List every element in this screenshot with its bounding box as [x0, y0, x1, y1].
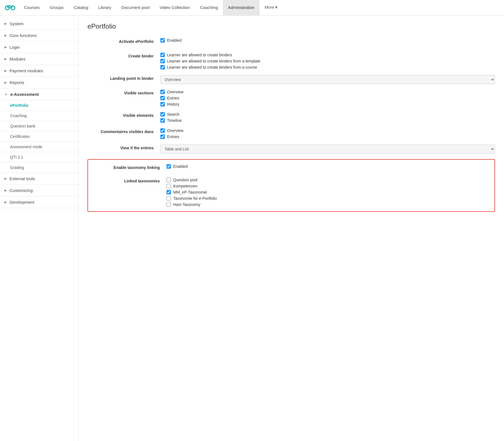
nav-groups[interactable]: Groups — [45, 0, 69, 15]
taxonomy-ham[interactable]: Ham Taxonomy — [167, 202, 489, 207]
nav-document-pool[interactable]: Document pool — [116, 0, 155, 15]
landing-point-value: Overview — [160, 75, 495, 84]
sidebar-item-login[interactable]: ▶ Login — [0, 41, 78, 53]
commentaires-overview[interactable]: Overview — [160, 128, 495, 133]
sidebar-item-certificates[interactable]: Certificates — [0, 131, 78, 142]
sidebar-item-label: Payment modules — [10, 68, 43, 73]
nav-catalog[interactable]: Catalog — [69, 0, 93, 15]
commentaires-checkbox-overview[interactable] — [160, 128, 165, 133]
linked-taxonomies-label: Linked taxonomies — [94, 178, 167, 183]
landing-point-select[interactable]: Overview — [160, 75, 495, 84]
create-binder-option-2[interactable]: Learner are allowed to create binders fr… — [160, 59, 495, 63]
nav-library[interactable]: Library — [93, 0, 116, 15]
sidebar-item-reports[interactable]: ▶ Reports — [0, 77, 78, 89]
taxonomy-checkbox-ham[interactable] — [167, 202, 171, 207]
sidebar-sub-item-label: Coaching — [10, 113, 27, 118]
sidebar: ▶ System ▶ Core functions ▶ Login ▶ Modu… — [0, 16, 78, 441]
sidebar-item-modules[interactable]: ▶ Modules — [0, 53, 78, 65]
taxonomy-mm-ep[interactable]: MM_eP-Taxonomie — [167, 190, 489, 194]
enable-taxonomy-row: Enable taxonomy linking Enabled — [94, 164, 489, 173]
create-binder-label: Create binder — [87, 53, 160, 58]
nav-items: Courses Groups Catalog Library Document … — [19, 0, 501, 15]
visible-sections-checkbox-history[interactable] — [160, 102, 165, 106]
activate-eportfolio-checkbox-row[interactable]: Enabled — [160, 38, 495, 43]
linked-taxonomies-row: Linked taxonomies Question pool Kompeten… — [94, 178, 489, 207]
sidebar-item-assessment-mode[interactable]: Assessment mode — [0, 142, 78, 152]
nav-coaching[interactable]: Coaching — [195, 0, 223, 15]
visible-sections-label: Visible sections — [87, 90, 160, 95]
sidebar-item-payment-modules[interactable]: ▶ Payment modules — [0, 65, 78, 77]
sidebar-sub-item-label: Certificates — [10, 134, 30, 139]
visible-sections-value: Overview Entries History — [160, 90, 495, 106]
sidebar-item-qti[interactable]: QTI 2.1 — [0, 152, 78, 163]
main-content: ePortfolio Activate ePortfolio Enabled C… — [78, 16, 504, 441]
view-entries-select[interactable]: Table and List — [160, 145, 495, 154]
activate-eportfolio-checkbox[interactable] — [160, 38, 165, 43]
taxonomy-checkbox-mm-ep[interactable] — [167, 190, 171, 194]
taxonomy-kompetenzen[interactable]: Kompetenzen — [167, 184, 489, 188]
taxonomy-fuer-eportfolio[interactable]: Taxonomie für e-Portfolio — [167, 196, 489, 201]
commentaires-row: Commentaires visibles dans Overview Entr… — [87, 128, 495, 139]
sidebar-item-core-functions[interactable]: ▶ Core functions — [0, 30, 78, 41]
commentaires-label: Commentaires visibles dans — [87, 128, 160, 134]
visible-elements-timeline[interactable]: Timeline — [160, 118, 495, 123]
nav-more[interactable]: More ▾ — [260, 0, 283, 15]
enable-taxonomy-checkbox[interactable] — [167, 164, 171, 169]
sidebar-item-label: Reports — [10, 80, 24, 85]
nav-video-collection[interactable]: Video Collection — [155, 0, 195, 15]
chevron-right-icon: ▶ — [4, 200, 7, 204]
nav-courses[interactable]: Courses — [19, 0, 45, 15]
sidebar-item-label: e-Assessment — [10, 92, 39, 97]
view-entries-row: View if the entries Table and List — [87, 145, 495, 154]
create-binder-option-3[interactable]: Learner are allowed to create binders fr… — [160, 65, 495, 69]
enable-taxonomy-value: Enabled — [167, 164, 489, 169]
enable-taxonomy-checkbox-row[interactable]: Enabled — [167, 164, 489, 169]
commentaires-checkbox-entries[interactable] — [160, 134, 165, 139]
chevron-right-icon: ▶ — [4, 81, 7, 84]
visible-elements-checkbox-timeline[interactable] — [160, 118, 165, 123]
create-binder-label-3: Learner are allowed to create binders fr… — [167, 65, 257, 69]
visible-sections-checkbox-entries[interactable] — [160, 96, 165, 100]
taxonomy-question-pool[interactable]: Question pool — [167, 178, 489, 182]
taxonomy-checkbox-question-pool[interactable] — [167, 178, 171, 182]
taxonomy-label-ham: Ham Taxonomy — [173, 202, 200, 207]
visible-sections-history[interactable]: History — [160, 102, 495, 106]
enable-taxonomy-option-label: Enabled — [173, 164, 188, 169]
sidebar-item-customizing[interactable]: ▶ Customizing — [0, 185, 78, 196]
taxonomy-checkbox-kompetenzen[interactable] — [167, 184, 171, 188]
create-binder-checkbox-1[interactable] — [160, 53, 165, 57]
sidebar-item-external-tools[interactable]: ▶ External tools — [0, 173, 78, 185]
top-navigation: Courses Groups Catalog Library Document … — [0, 0, 504, 16]
chevron-right-icon: ▶ — [4, 189, 7, 192]
visible-elements-checkbox-search[interactable] — [160, 112, 165, 117]
sidebar-item-development[interactable]: ▶ Development — [0, 196, 78, 208]
visible-sections-checkbox-overview[interactable] — [160, 90, 165, 94]
create-binder-checkbox-3[interactable] — [160, 65, 165, 69]
taxonomy-label-fuer-eportfolio: Taxonomie für e-Portfolio — [173, 196, 217, 201]
commentaires-entries[interactable]: Entries — [160, 134, 495, 139]
sidebar-item-label: Core functions — [10, 33, 37, 38]
sidebar-item-eportfolio[interactable]: ePortfolio — [0, 100, 78, 111]
visible-elements-search[interactable]: Search — [160, 112, 495, 117]
view-entries-label: View if the entries — [87, 145, 160, 150]
chevron-down-icon: ▼ — [4, 93, 8, 96]
sidebar-sub-item-label: Assessment mode — [10, 145, 42, 149]
create-binder-option-1[interactable]: Learner are allowed to create binders — [160, 53, 495, 57]
sidebar-item-coaching-sub[interactable]: Coaching — [0, 111, 78, 121]
sidebar-item-grading[interactable]: Grading — [0, 163, 78, 173]
taxonomy-label-mm-ep: MM_eP-Taxonomie — [173, 190, 207, 194]
create-binder-checkbox-2[interactable] — [160, 59, 165, 63]
page-title: ePortfolio — [87, 22, 495, 30]
visible-sections-row: Visible sections Overview Entries Histor… — [87, 90, 495, 106]
sidebar-item-e-assessment[interactable]: ▼ e-Assessment — [0, 89, 78, 100]
visible-sections-entries[interactable]: Entries — [160, 96, 495, 100]
sidebar-item-question-bank[interactable]: Question bank — [0, 121, 78, 131]
visible-sections-overview[interactable]: Overview — [160, 90, 495, 94]
sidebar-sub-item-label: QTI 2.1 — [10, 155, 23, 159]
chevron-right-icon: ▶ — [4, 177, 7, 180]
taxonomy-checkbox-fuer-eportfolio[interactable] — [167, 196, 171, 201]
nav-administration[interactable]: Administration — [223, 0, 260, 15]
logo[interactable] — [3, 1, 17, 15]
sidebar-item-system[interactable]: ▶ System — [0, 18, 78, 30]
landing-point-label: Landing point in binder — [87, 75, 160, 81]
